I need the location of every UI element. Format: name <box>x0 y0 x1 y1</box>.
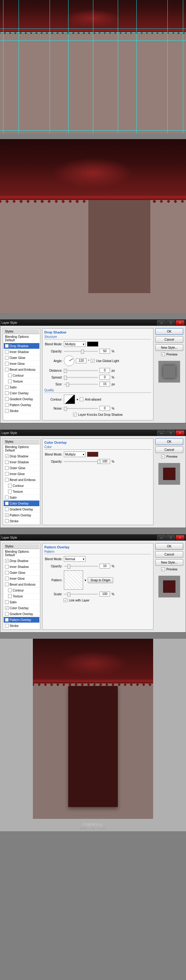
opacity-input[interactable]: 100 <box>99 459 110 464</box>
angle-wheel[interactable] <box>64 356 74 366</box>
checkbox-icon[interactable]: ✓ <box>5 513 9 517</box>
checkbox-icon[interactable] <box>5 508 9 511</box>
blend-mode-select[interactable]: Multiply▾ <box>64 341 85 347</box>
blend-mode-select[interactable]: Normal▾ <box>64 556 85 562</box>
style-satin[interactable]: Satin <box>4 599 39 605</box>
style-texture[interactable]: Texture <box>4 593 39 599</box>
style-gradient-overlay[interactable]: Gradient Overlay <box>4 611 39 617</box>
checkbox-icon[interactable] <box>8 484 12 487</box>
style-bevel[interactable]: Bevel and Emboss <box>4 367 39 372</box>
checkbox-icon[interactable] <box>5 403 9 407</box>
style-stroke[interactable]: Stroke <box>4 518 39 524</box>
checkbox-icon[interactable] <box>8 594 12 598</box>
distance-slider[interactable] <box>64 370 98 371</box>
style-pattern-overlay[interactable]: ✓Pattern Overlay <box>4 512 39 518</box>
blending-options[interactable]: Blending Options: Default <box>4 444 39 453</box>
maximize-button[interactable]: □ <box>167 535 175 540</box>
link-layer-checkbox[interactable]: ✓ <box>63 598 67 602</box>
ok-button[interactable]: OK <box>155 543 183 550</box>
pattern-picker[interactable] <box>64 570 83 590</box>
style-drop-shadow[interactable]: ✓Drop Shadow <box>4 558 39 564</box>
style-inner-glow[interactable]: Inner Glow <box>4 361 39 367</box>
knocks-out-checkbox[interactable]: ✓ <box>73 413 77 417</box>
style-color-overlay[interactable]: ✓Color Overlay <box>4 501 39 506</box>
checkbox-icon[interactable]: ✓ <box>5 618 9 622</box>
style-outer-glow[interactable]: Outer Glow <box>4 465 39 471</box>
preview-checkbox[interactable]: ✓ <box>161 352 165 356</box>
noise-slider[interactable] <box>64 408 98 409</box>
blend-mode-select[interactable]: Multiply▾ <box>64 452 85 457</box>
checkbox-icon[interactable] <box>5 362 9 366</box>
opacity-slider[interactable] <box>64 351 98 352</box>
preview-checkbox[interactable]: ✓ <box>161 455 165 458</box>
style-stroke[interactable]: Stroke <box>4 408 39 414</box>
checkbox-icon[interactable] <box>5 565 9 569</box>
minimize-button[interactable]: — <box>157 430 166 435</box>
style-bevel[interactable]: Bevel and Emboss <box>4 582 39 587</box>
overlay-color-swatch[interactable] <box>87 452 98 457</box>
spread-slider[interactable] <box>64 377 98 378</box>
opacity-input[interactable]: 50 <box>99 349 110 354</box>
style-inner-shadow[interactable]: Inner Shadow <box>4 349 39 355</box>
cancel-button[interactable]: Cancel <box>155 336 183 343</box>
dialog-titlebar[interactable]: Layer Style —□× <box>0 430 186 436</box>
opacity-slider[interactable] <box>64 566 98 567</box>
style-stroke[interactable]: Stroke <box>4 623 39 629</box>
noise-input[interactable]: 0 <box>99 406 110 411</box>
minimize-button[interactable]: — <box>157 320 166 325</box>
shadow-color-swatch[interactable] <box>87 342 98 347</box>
close-button[interactable]: × <box>176 535 184 540</box>
style-color-overlay[interactable]: Color Overlay <box>4 390 39 396</box>
checkbox-icon[interactable] <box>8 374 12 377</box>
cancel-button[interactable]: Cancel <box>155 447 183 453</box>
size-slider[interactable] <box>64 384 98 385</box>
checkbox-icon[interactable] <box>8 490 12 493</box>
checkbox-icon[interactable] <box>5 496 9 499</box>
style-contour[interactable]: Contour <box>4 483 39 489</box>
checkbox-icon[interactable]: ✓ <box>5 559 9 563</box>
style-inner-glow[interactable]: Inner Glow <box>4 576 39 582</box>
blending-options[interactable]: Blending Options: Default <box>4 334 39 343</box>
new-style-button[interactable]: New Style... <box>155 559 183 566</box>
spread-input[interactable]: 0 <box>99 375 110 380</box>
checkbox-icon[interactable] <box>8 589 12 592</box>
checkbox-icon[interactable]: ✓ <box>5 606 9 610</box>
checkbox-icon[interactable] <box>5 385 9 389</box>
new-style-button[interactable]: New Style... <box>155 344 183 351</box>
preview-checkbox[interactable]: ✓ <box>161 567 165 571</box>
style-contour[interactable]: Contour <box>4 587 39 593</box>
style-pattern-overlay[interactable]: ✓Pattern Overlay <box>4 617 39 623</box>
style-texture[interactable]: Texture <box>4 379 39 384</box>
ok-button[interactable]: OK <box>155 328 183 335</box>
checkbox-icon[interactable] <box>5 368 9 371</box>
minimize-button[interactable]: — <box>157 535 166 540</box>
style-drop-shadow[interactable]: ✓Drop Shadow <box>4 453 39 459</box>
checkbox-icon[interactable] <box>5 582 9 586</box>
checkbox-icon[interactable]: ✓ <box>5 344 9 348</box>
contour-picker[interactable] <box>64 395 75 404</box>
angle-input[interactable]: 120 <box>76 358 87 363</box>
checkbox-icon[interactable] <box>8 379 12 383</box>
scale-slider[interactable] <box>64 594 98 595</box>
ok-button[interactable]: OK <box>155 439 183 445</box>
dialog-titlebar[interactable]: Layer Style —□× <box>0 535 186 541</box>
global-light-checkbox[interactable]: ✓ <box>91 359 95 363</box>
opacity-slider[interactable] <box>64 461 98 462</box>
close-button[interactable]: × <box>176 430 184 435</box>
style-inner-shadow[interactable]: Inner Shadow <box>4 564 39 570</box>
size-input[interactable]: 15 <box>99 382 110 387</box>
checkbox-icon[interactable] <box>5 397 9 401</box>
chevron-down-icon[interactable]: ▾ <box>85 579 86 582</box>
checkbox-icon[interactable] <box>5 409 9 413</box>
checkbox-icon[interactable] <box>5 350 9 354</box>
checkbox-icon[interactable] <box>5 356 9 360</box>
style-gradient-overlay[interactable]: Gradient Overlay <box>4 396 39 402</box>
style-gradient-overlay[interactable]: Gradient Overlay <box>4 506 39 512</box>
style-inner-shadow[interactable]: Inner Shadow <box>4 459 39 465</box>
dialog-titlebar[interactable]: Layer Style — □ × <box>0 320 186 326</box>
blending-options[interactable]: Blending Options: Default <box>4 549 39 558</box>
style-outer-glow[interactable]: Outer Glow <box>4 355 39 361</box>
style-color-overlay[interactable]: ✓Color Overlay <box>4 605 39 611</box>
checkbox-icon[interactable] <box>5 472 9 476</box>
style-inner-glow[interactable]: Inner Glow <box>4 471 39 477</box>
